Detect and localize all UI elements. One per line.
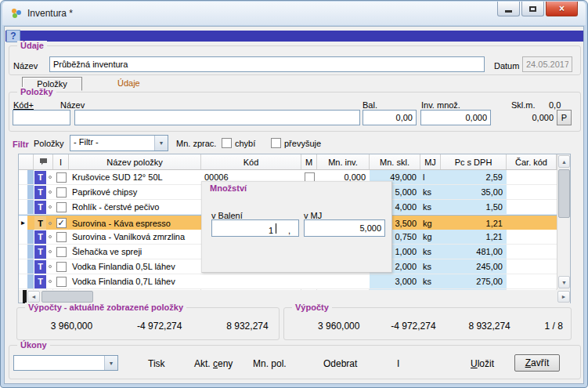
cell-gutter <box>19 185 27 200</box>
cell-dot <box>47 170 53 185</box>
cell-kod <box>201 274 301 289</box>
cell-name: Surovina - Káva espresso <box>69 216 201 230</box>
type-badge: T <box>34 230 46 244</box>
cell-name: Šlehačka ve spreji <box>69 245 201 259</box>
header-i[interactable]: I <box>53 154 69 169</box>
kod-input[interactable] <box>13 110 70 125</box>
ulozit-button[interactable]: Uložit <box>471 358 494 369</box>
udaje-group-title: Údaje <box>17 41 47 50</box>
hscroll-thumb[interactable] <box>41 291 93 303</box>
cell-gutter <box>19 274 27 289</box>
header-mn-skl[interactable]: Mn. skl. <box>370 154 420 169</box>
odebrat-button[interactable]: Odebrat <box>323 358 357 369</box>
vscroll-thumb[interactable] <box>558 169 570 218</box>
header-blank[interactable] <box>19 154 34 169</box>
cell-strip <box>27 216 34 230</box>
row-checkbox[interactable] <box>56 247 67 257</box>
row-checkbox[interactable] <box>56 172 67 183</box>
table-header: INázev položkyKódMMn. inv.Mn. skl.MJPc s… <box>19 154 557 170</box>
close-icon: × <box>559 4 565 13</box>
chybi-checkbox[interactable] <box>222 138 232 148</box>
header-mn-inv[interactable]: Mn. inv. <box>317 154 370 169</box>
maximize-button[interactable] <box>521 2 544 16</box>
total-qty: 3 960,000 <box>284 321 364 332</box>
cell-strip <box>27 259 34 274</box>
row-checkbox[interactable] <box>56 232 67 242</box>
type-badge: T <box>34 216 46 230</box>
cell-pc: 481,00 <box>441 245 507 259</box>
cell-t: T <box>34 230 47 245</box>
titlebar[interactable]: Inventura * × <box>2 2 586 25</box>
status-dot-icon <box>49 205 52 209</box>
selected-row-marker: ► <box>20 219 27 227</box>
pane-splitter[interactable] <box>23 290 27 303</box>
datum-label: Datum <box>494 61 519 71</box>
chevron-down-icon[interactable]: ▼ <box>104 356 117 370</box>
cell-chk <box>53 274 69 289</box>
prevysuje-checkbox[interactable] <box>271 138 281 148</box>
inv-mnoz-label: Inv. množ. <box>421 100 460 110</box>
p-button[interactable]: P <box>557 110 572 125</box>
header-car-kod[interactable]: Čar. kód <box>507 154 557 169</box>
ukony-title: Úkony <box>17 340 50 350</box>
scroll-down-icon[interactable]: ▼ <box>558 276 570 288</box>
nazev-input[interactable] <box>49 56 485 72</box>
type-badge: T <box>34 260 46 274</box>
zavrit-button[interactable]: Zavřít <box>514 354 560 372</box>
cell-mnskl: 3,000 <box>370 274 420 289</box>
vertical-scrollbar[interactable]: ▲ ▼ <box>557 154 570 289</box>
cell-dot <box>47 259 53 274</box>
v-baleni-input[interactable]: 1 , <box>211 219 299 237</box>
cell-car <box>507 185 557 200</box>
type-badge: T <box>34 171 46 184</box>
status-dot-icon <box>49 222 52 225</box>
popup-title: Množství <box>210 183 247 193</box>
header-note[interactable] <box>34 154 53 169</box>
prevysuje-label: převyšuje <box>284 139 321 148</box>
cell-name: Surovina - Vanilková zmrzlina <box>69 230 201 245</box>
v-mj-input[interactable]: 5,000 <box>304 219 385 237</box>
scroll-right-icon[interactable]: ► <box>557 291 570 303</box>
header-m[interactable]: M <box>301 154 317 169</box>
bal-input[interactable] <box>363 110 417 125</box>
akt-ceny-button[interactable]: Akt. ceny <box>194 358 233 369</box>
minimize-button[interactable] <box>497 2 520 16</box>
cell-pc: 245,00 <box>441 259 507 274</box>
close-button[interactable]: × <box>546 2 578 16</box>
v-baleni-value: 1 <box>269 223 273 238</box>
header-mj[interactable]: MJ <box>420 154 441 169</box>
scroll-up-icon[interactable]: ▲ <box>558 155 570 168</box>
cell-chk <box>53 245 69 259</box>
app-icon <box>10 7 23 20</box>
cell-t: T <box>34 259 47 274</box>
chevron-down-icon[interactable]: ▼ <box>154 136 168 150</box>
inv-mnoz-input[interactable] <box>420 110 491 125</box>
row-checkbox[interactable] <box>56 277 67 287</box>
ukony-dropdown[interactable]: ▼ <box>13 355 118 371</box>
chybi-label: chybí <box>235 139 255 148</box>
header-nazev-polozky[interactable]: Název položky <box>69 154 201 169</box>
polozky-nazev-input[interactable] <box>74 110 360 125</box>
cell-gutter <box>19 245 27 259</box>
tab-udaje[interactable]: Údaje <box>117 78 140 88</box>
scroll-left-icon[interactable]: ◄ <box>27 291 40 303</box>
row-checkbox[interactable] <box>56 262 67 272</box>
cell-pc: 1,21 <box>441 216 507 230</box>
cell-dot <box>47 230 53 245</box>
sklm-label: Skl.m. <box>511 100 536 110</box>
i-button[interactable]: I <box>397 358 399 369</box>
mn-pol-button[interactable]: Mn. pol. <box>253 358 287 369</box>
header-pc-s-dph[interactable]: Pc s DPH <box>441 154 507 169</box>
text-caret <box>276 223 276 234</box>
row-checkbox[interactable]: ✓ <box>56 218 67 228</box>
header-kod[interactable]: Kód <box>201 154 301 169</box>
row-checkbox[interactable] <box>56 202 67 212</box>
filter-dropdown[interactable]: - Filtr - ▼ <box>70 135 168 151</box>
type-badge: T <box>34 186 46 199</box>
cell-dot <box>47 216 53 230</box>
horizontal-scrollbar[interactable]: ◄ ► <box>27 291 570 303</box>
table-row[interactable]: TVodka Finlandia 0,7L láhev3,000ks275,00 <box>19 274 557 289</box>
tisk-button[interactable]: Tisk <box>148 358 165 369</box>
row-checkbox[interactable] <box>56 187 67 198</box>
status-dot-icon <box>49 235 52 238</box>
